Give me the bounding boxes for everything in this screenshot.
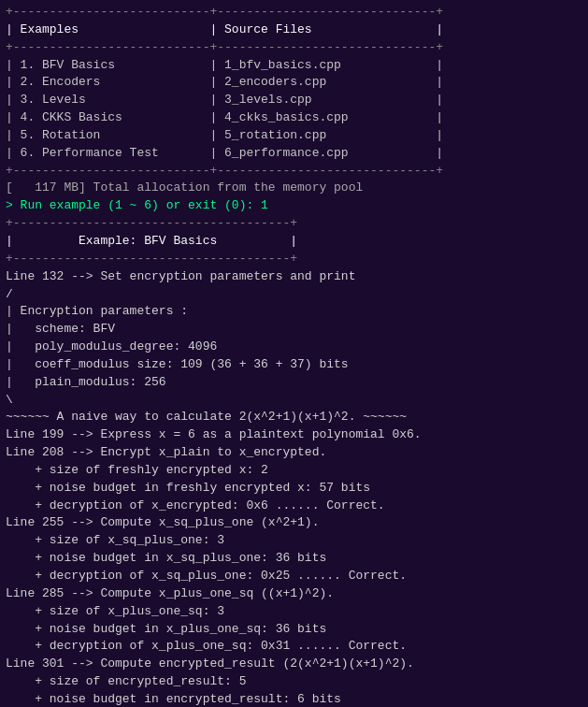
terminal-line-8: | 6. Performance Test | 6_performance.cp… xyxy=(6,145,582,163)
terminal-line-7: | 5. Rotation | 5_rotation.cpp | xyxy=(6,127,582,145)
terminal-line-23: | plain_modulus: 256 xyxy=(6,374,582,392)
terminal-line-14: +--------------------------------------+ xyxy=(6,215,582,233)
terminal-line-3: | 1. BFV Basics | 1_bfv_basics.cpp | xyxy=(6,57,582,75)
terminal-line-26: ~~~~~~ A naive way to calculate 2(x^2+1)… xyxy=(6,409,582,426)
terminal-line-38: + noise budget in x_plus_one_sq: 36 bits xyxy=(6,621,582,639)
terminal-line-34: + noise budget in x_sq_plus_one: 36 bits xyxy=(6,550,582,568)
terminal-line-5: | 3. Levels | 3_levels.cpp | xyxy=(6,92,582,109)
terminal-line-27: Line 199 --> Express x = 6 as a plaintex… xyxy=(6,426,582,444)
terminal-window: +---------------------------+-----------… xyxy=(0,0,588,707)
terminal-line-12: > Run example (1 ~ 6) or exit (0): 1 xyxy=(6,197,582,215)
terminal-line-15: | Example: BFV Basics | xyxy=(6,233,582,251)
terminal-line-4: | 2. Encoders | 2_encoders.cpp | xyxy=(6,74,582,92)
terminal-line-10: [ 117 MB] Total allocation from the memo… xyxy=(6,180,582,197)
terminal-line-18: / xyxy=(6,286,582,304)
terminal-line-40: Line 301 --> Compute encrypted_result (2… xyxy=(6,656,582,673)
terminal-line-28: Line 208 --> Encrypt x_plain to x_encryp… xyxy=(6,444,582,462)
terminal-line-0: +---------------------------+-----------… xyxy=(6,4,582,22)
terminal-line-33: + size of x_sq_plus_one: 3 xyxy=(6,532,582,550)
terminal-line-32: Line 255 --> Compute x_sq_plus_one (x^2+… xyxy=(6,514,582,532)
terminal-line-24: \ xyxy=(6,392,582,410)
terminal-line-39: + decryption of x_plus_one_sq: 0x31 ....… xyxy=(6,638,582,656)
terminal-line-35: + decryption of x_sq_plus_one: 0x25 ....… xyxy=(6,568,582,585)
terminal-line-21: | poly_modulus_degree: 4096 xyxy=(6,339,582,356)
terminal-line-41: + size of encrypted_result: 5 xyxy=(6,673,582,691)
terminal-line-42: + noise budget in encrypted_result: 6 bi… xyxy=(6,691,582,707)
terminal-line-16: +--------------------------------------+ xyxy=(6,251,582,268)
terminal-line-19: | Encryption parameters : xyxy=(6,303,582,321)
terminal-line-20: | scheme: BFV xyxy=(6,321,582,339)
terminal-line-1: | Examples | Source Files | xyxy=(6,22,582,39)
terminal-line-9: +---------------------------+-----------… xyxy=(6,163,582,180)
terminal-line-36: Line 285 --> Compute x_plus_one_sq ((x+1… xyxy=(6,585,582,603)
terminal-line-17: Line 132 --> Set encryption parameters a… xyxy=(6,268,582,286)
terminal-line-29: + size of freshly encrypted x: 2 xyxy=(6,462,582,480)
terminal-line-30: + noise budget in freshly encrypted x: 5… xyxy=(6,480,582,498)
terminal-line-2: +---------------------------+-----------… xyxy=(6,39,582,57)
terminal-line-37: + size of x_plus_one_sq: 3 xyxy=(6,603,582,621)
terminal-line-31: + decryption of x_encrypted: 0x6 ...... … xyxy=(6,498,582,515)
terminal-line-22: | coeff_modulus size: 109 (36 + 36 + 37)… xyxy=(6,356,582,374)
terminal-line-6: | 4. CKKS Basics | 4_ckks_basics.cpp | xyxy=(6,109,582,127)
